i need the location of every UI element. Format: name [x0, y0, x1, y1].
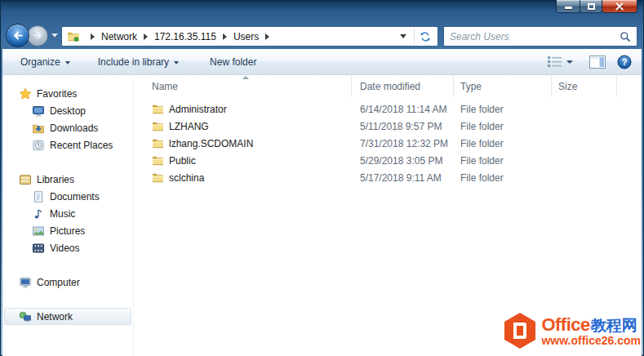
preview-pane-button[interactable] — [589, 56, 606, 69]
forward-arrow-icon — [32, 29, 44, 42]
watermark: Office教程网 www.office26.com — [503, 312, 641, 349]
include-in-library-button[interactable]: Include in library — [91, 52, 185, 72]
toolbar-right-group: ? — [544, 49, 632, 74]
recent-places-icon — [32, 139, 45, 152]
folder-icon — [152, 121, 164, 131]
close-icon — [615, 2, 624, 11]
sidebar-label: Desktop — [50, 105, 86, 117]
sidebar-label: Favorites — [37, 88, 77, 100]
sidebar-item-documents[interactable]: Documents — [4, 188, 131, 205]
file-type: File folder — [454, 172, 552, 184]
file-row-public[interactable]: Public 5/29/2018 3:05 PM File folder — [134, 152, 642, 169]
file-row-administrator[interactable]: Administrator 6/14/2018 11:14 AM File fo… — [134, 100, 642, 118]
videos-icon — [32, 242, 45, 255]
list-view-icon — [547, 56, 562, 68]
file-type: File folder — [454, 121, 552, 132]
sidebar-item-videos[interactable]: Videos — [4, 239, 131, 256]
address-bar[interactable]: Network 172.16.35.115 Users — [61, 26, 438, 47]
location-folder-icon — [67, 30, 80, 42]
breadcrumb-item-host[interactable]: 172.16.35.115 — [153, 29, 217, 44]
maximize-icon — [588, 3, 595, 10]
new-folder-button[interactable]: New folder — [203, 52, 263, 72]
column-header-date-modified[interactable]: Date modified — [352, 75, 454, 97]
file-date: 5/29/2018 3:05 PM — [352, 155, 454, 167]
preview-pane-icon — [589, 56, 606, 69]
breadcrumb-chevron-icon[interactable] — [91, 33, 95, 40]
libraries-icon — [19, 173, 32, 186]
sidebar-label: Documents — [50, 191, 100, 202]
column-header-type[interactable]: Type — [454, 75, 552, 97]
sidebar-item-recent-places[interactable]: Recent Places — [4, 136, 131, 154]
network-icon — [19, 310, 32, 323]
column-header-size[interactable]: Size — [552, 75, 617, 97]
file-type: File folder — [454, 138, 552, 149]
organize-label: Organize — [20, 56, 60, 68]
sidebar-item-desktop[interactable]: Desktop — [4, 102, 131, 119]
chevron-down-icon — [65, 61, 70, 65]
sidebar-item-network[interactable]: Network — [4, 308, 131, 325]
sidebar-label: Downloads — [50, 122, 98, 134]
file-row-lzhang[interactable]: LZHANG 5/11/2018 9:57 PM File folder — [134, 118, 642, 135]
search-input[interactable] — [450, 31, 620, 42]
file-name: lzhang.SCDOMAIN — [169, 138, 253, 149]
back-arrow-icon — [11, 29, 24, 42]
close-button[interactable] — [602, 0, 637, 13]
breadcrumb-chevron-icon[interactable] — [265, 33, 269, 40]
column-headers: Name Date modified Type Size — [134, 75, 642, 97]
star-icon — [19, 87, 32, 100]
file-row-sclchina[interactable]: sclchina 5/17/2018 9:11 AM File folder — [134, 169, 642, 186]
explorer-window: Network 172.16.35.115 Users — [0, 0, 644, 356]
watermark-brand-cjk: 教程网 — [591, 318, 637, 334]
sidebar-label: Music — [50, 208, 75, 220]
file-date: 7/31/2018 12:32 PM — [352, 138, 454, 149]
desktop-icon — [32, 105, 45, 118]
breadcrumb-item-users[interactable]: Users — [233, 29, 260, 44]
breadcrumb-item-network[interactable]: Network — [100, 29, 138, 44]
search-box[interactable] — [443, 26, 637, 47]
watermark-brand: Office — [541, 315, 589, 334]
recent-pages-chevron-icon[interactable] — [51, 33, 58, 38]
downloads-icon — [32, 122, 45, 135]
documents-icon — [32, 190, 45, 203]
refresh-button[interactable] — [415, 28, 436, 45]
breadcrumb-chevron-icon[interactable] — [223, 33, 227, 40]
sidebar-item-computer[interactable]: Computer — [4, 274, 131, 291]
help-button[interactable]: ? — [617, 55, 632, 69]
file-row-lzhang-scdomain[interactable]: lzhang.SCDOMAIN 7/31/2018 12:32 PM File … — [134, 135, 642, 152]
forward-button[interactable] — [27, 25, 48, 47]
address-dropdown-icon[interactable] — [400, 34, 406, 38]
help-glyph: ? — [622, 57, 628, 67]
sidebar-item-libraries[interactable]: Libraries — [4, 171, 131, 188]
file-name: sclchina — [169, 172, 204, 184]
office26-logo-icon — [503, 312, 537, 349]
folder-icon — [152, 172, 164, 183]
maximize-button[interactable] — [580, 0, 602, 13]
file-name: Administrator — [169, 104, 227, 115]
sidebar-label: Pictures — [50, 225, 85, 237]
sidebar-item-favorites[interactable]: Favorites — [4, 85, 131, 102]
change-view-button[interactable] — [544, 52, 576, 71]
minimize-button[interactable] — [556, 0, 580, 13]
watermark-url: www.office26.com — [541, 335, 641, 347]
file-type: File folder — [454, 155, 552, 167]
file-date: 5/11/2018 9:57 PM — [352, 121, 454, 132]
sidebar-item-pictures[interactable]: Pictures — [4, 222, 131, 239]
search-icon[interactable] — [620, 31, 631, 42]
help-icon: ? — [617, 55, 632, 69]
chevron-down-icon — [566, 60, 573, 64]
refresh-icon — [420, 31, 431, 42]
new-folder-label: New folder — [210, 56, 256, 68]
minimize-icon — [565, 7, 572, 9]
sidebar-item-music[interactable]: Music — [4, 205, 131, 222]
window-controls — [557, 0, 637, 13]
chevron-down-icon — [174, 61, 179, 65]
breadcrumb-chevron-icon[interactable] — [144, 33, 148, 40]
file-date: 6/14/2018 11:14 AM — [352, 104, 454, 115]
computer-icon — [19, 276, 32, 289]
file-name: LZHANG — [169, 121, 209, 132]
sidebar-item-downloads[interactable]: Downloads — [4, 119, 131, 136]
back-button[interactable] — [6, 24, 29, 47]
organize-button[interactable]: Organize — [14, 52, 77, 72]
client-area: Organize Include in library New folder — [2, 49, 642, 356]
sidebar-label: Recent Places — [50, 140, 113, 151]
